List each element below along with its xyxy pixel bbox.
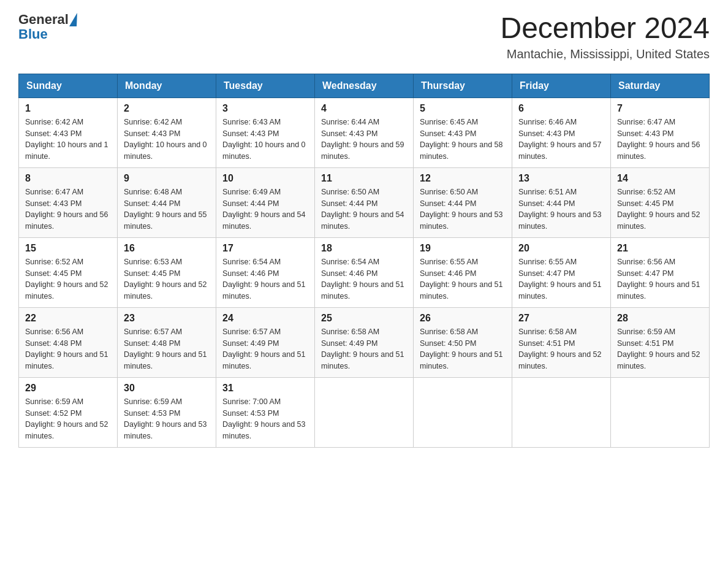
day-number: 11 <box>321 173 407 184</box>
day-info: Sunrise: 6:57 AM Sunset: 4:49 PM Dayligh… <box>222 326 308 372</box>
day-info: Sunrise: 6:52 AM Sunset: 4:45 PM Dayligh… <box>617 186 703 232</box>
calendar-cell: 1 Sunrise: 6:42 AM Sunset: 4:43 PM Dayli… <box>19 98 118 167</box>
day-number: 12 <box>420 173 506 184</box>
day-info: Sunrise: 6:56 AM Sunset: 4:48 PM Dayligh… <box>25 326 111 372</box>
day-info: Sunrise: 6:54 AM Sunset: 4:46 PM Dayligh… <box>222 256 308 302</box>
day-number: 19 <box>420 243 506 254</box>
day-number: 2 <box>124 103 210 114</box>
day-info: Sunrise: 6:55 AM Sunset: 4:47 PM Dayligh… <box>518 256 604 302</box>
day-number: 7 <box>617 103 703 114</box>
header-thursday: Thursday <box>414 74 512 98</box>
day-info: Sunrise: 6:48 AM Sunset: 4:44 PM Dayligh… <box>124 186 210 232</box>
calendar-cell: 21 Sunrise: 6:56 AM Sunset: 4:47 PM Dayl… <box>611 237 710 307</box>
day-number: 23 <box>124 313 210 324</box>
day-number: 25 <box>321 313 407 324</box>
logo-general-text: General <box>18 12 69 27</box>
day-number: 27 <box>518 313 604 324</box>
day-info: Sunrise: 6:42 AM Sunset: 4:43 PM Dayligh… <box>124 117 210 163</box>
day-number: 5 <box>420 103 506 114</box>
day-info: Sunrise: 6:59 AM Sunset: 4:52 PM Dayligh… <box>25 396 111 442</box>
calendar-cell: 11 Sunrise: 6:50 AM Sunset: 4:44 PM Dayl… <box>315 167 414 237</box>
day-number: 8 <box>25 173 111 184</box>
week-row-5: 29 Sunrise: 6:59 AM Sunset: 4:52 PM Dayl… <box>19 377 710 447</box>
calendar-cell: 31 Sunrise: 7:00 AM Sunset: 4:53 PM Dayl… <box>216 377 315 447</box>
calendar-cell: 7 Sunrise: 6:47 AM Sunset: 4:43 PM Dayli… <box>611 98 710 167</box>
day-info: Sunrise: 6:43 AM Sunset: 4:43 PM Dayligh… <box>222 117 308 163</box>
calendar-cell <box>414 377 512 447</box>
calendar-cell: 6 Sunrise: 6:46 AM Sunset: 4:43 PM Dayli… <box>512 98 611 167</box>
title-section: December 2024 Mantachie, Mississippi, Un… <box>500 12 710 61</box>
day-info: Sunrise: 6:53 AM Sunset: 4:45 PM Dayligh… <box>124 256 210 302</box>
header-wednesday: Wednesday <box>315 74 414 98</box>
calendar-cell: 30 Sunrise: 6:59 AM Sunset: 4:53 PM Dayl… <box>118 377 216 447</box>
calendar-cell: 20 Sunrise: 6:55 AM Sunset: 4:47 PM Dayl… <box>512 237 611 307</box>
header-monday: Monday <box>118 74 216 98</box>
week-row-2: 8 Sunrise: 6:47 AM Sunset: 4:43 PM Dayli… <box>19 167 710 237</box>
page-header: General Blue December 2024 Mantachie, Mi… <box>18 12 710 61</box>
calendar-cell: 26 Sunrise: 6:58 AM Sunset: 4:50 PM Dayl… <box>414 307 512 377</box>
day-number: 20 <box>518 243 604 254</box>
day-info: Sunrise: 6:54 AM Sunset: 4:46 PM Dayligh… <box>321 256 407 302</box>
week-row-3: 15 Sunrise: 6:52 AM Sunset: 4:45 PM Dayl… <box>19 237 710 307</box>
calendar-cell: 9 Sunrise: 6:48 AM Sunset: 4:44 PM Dayli… <box>118 167 216 237</box>
day-info: Sunrise: 6:52 AM Sunset: 4:45 PM Dayligh… <box>25 256 111 302</box>
calendar-cell: 5 Sunrise: 6:45 AM Sunset: 4:43 PM Dayli… <box>414 98 512 167</box>
calendar-cell: 23 Sunrise: 6:57 AM Sunset: 4:48 PM Dayl… <box>118 307 216 377</box>
calendar-cell: 4 Sunrise: 6:44 AM Sunset: 4:43 PM Dayli… <box>315 98 414 167</box>
day-info: Sunrise: 6:58 AM Sunset: 4:50 PM Dayligh… <box>420 326 506 372</box>
day-info: Sunrise: 6:47 AM Sunset: 4:43 PM Dayligh… <box>617 117 703 163</box>
day-number: 24 <box>222 313 308 324</box>
day-number: 16 <box>124 243 210 254</box>
calendar-cell: 22 Sunrise: 6:56 AM Sunset: 4:48 PM Dayl… <box>19 307 118 377</box>
calendar-cell: 17 Sunrise: 6:54 AM Sunset: 4:46 PM Dayl… <box>216 237 315 307</box>
day-info: Sunrise: 6:58 AM Sunset: 4:49 PM Dayligh… <box>321 326 407 372</box>
calendar-cell: 10 Sunrise: 6:49 AM Sunset: 4:44 PM Dayl… <box>216 167 315 237</box>
day-info: Sunrise: 6:47 AM Sunset: 4:43 PM Dayligh… <box>25 186 111 232</box>
calendar-table: Sunday Monday Tuesday Wednesday Thursday… <box>18 74 710 448</box>
day-number: 14 <box>617 173 703 184</box>
calendar-cell <box>512 377 611 447</box>
day-number: 26 <box>420 313 506 324</box>
week-row-4: 22 Sunrise: 6:56 AM Sunset: 4:48 PM Dayl… <box>19 307 710 377</box>
day-info: Sunrise: 6:42 AM Sunset: 4:43 PM Dayligh… <box>25 117 111 163</box>
calendar-cell: 27 Sunrise: 6:58 AM Sunset: 4:51 PM Dayl… <box>512 307 611 377</box>
day-number: 13 <box>518 173 604 184</box>
day-number: 29 <box>25 383 111 394</box>
header-tuesday: Tuesday <box>216 74 315 98</box>
day-info: Sunrise: 6:45 AM Sunset: 4:43 PM Dayligh… <box>420 117 506 163</box>
day-info: Sunrise: 7:00 AM Sunset: 4:53 PM Dayligh… <box>222 396 308 442</box>
calendar-cell: 2 Sunrise: 6:42 AM Sunset: 4:43 PM Dayli… <box>118 98 216 167</box>
day-number: 4 <box>321 103 407 114</box>
day-number: 6 <box>518 103 604 114</box>
calendar-cell <box>315 377 414 447</box>
day-info: Sunrise: 6:51 AM Sunset: 4:44 PM Dayligh… <box>518 186 604 232</box>
day-number: 9 <box>124 173 210 184</box>
calendar-cell: 19 Sunrise: 6:55 AM Sunset: 4:46 PM Dayl… <box>414 237 512 307</box>
month-title: December 2024 <box>500 12 710 45</box>
day-info: Sunrise: 6:58 AM Sunset: 4:51 PM Dayligh… <box>518 326 604 372</box>
day-number: 10 <box>222 173 308 184</box>
day-number: 30 <box>124 383 210 394</box>
day-number: 22 <box>25 313 111 324</box>
day-info: Sunrise: 6:59 AM Sunset: 4:53 PM Dayligh… <box>124 396 210 442</box>
calendar-cell <box>611 377 710 447</box>
logo-blue-text: Blue <box>18 27 78 42</box>
day-number: 15 <box>25 243 111 254</box>
calendar-cell: 25 Sunrise: 6:58 AM Sunset: 4:49 PM Dayl… <box>315 307 414 377</box>
calendar-cell: 3 Sunrise: 6:43 AM Sunset: 4:43 PM Dayli… <box>216 98 315 167</box>
calendar-cell: 28 Sunrise: 6:59 AM Sunset: 4:51 PM Dayl… <box>611 307 710 377</box>
day-info: Sunrise: 6:50 AM Sunset: 4:44 PM Dayligh… <box>420 186 506 232</box>
weekday-header-row: Sunday Monday Tuesday Wednesday Thursday… <box>19 74 710 98</box>
day-number: 18 <box>321 243 407 254</box>
logo: General Blue <box>18 12 78 42</box>
calendar-cell: 16 Sunrise: 6:53 AM Sunset: 4:45 PM Dayl… <box>118 237 216 307</box>
header-sunday: Sunday <box>19 74 118 98</box>
day-info: Sunrise: 6:50 AM Sunset: 4:44 PM Dayligh… <box>321 186 407 232</box>
day-info: Sunrise: 6:55 AM Sunset: 4:46 PM Dayligh… <box>420 256 506 302</box>
day-number: 17 <box>222 243 308 254</box>
calendar-cell: 13 Sunrise: 6:51 AM Sunset: 4:44 PM Dayl… <box>512 167 611 237</box>
day-number: 3 <box>222 103 308 114</box>
day-info: Sunrise: 6:59 AM Sunset: 4:51 PM Dayligh… <box>617 326 703 372</box>
header-friday: Friday <box>512 74 611 98</box>
calendar-cell: 12 Sunrise: 6:50 AM Sunset: 4:44 PM Dayl… <box>414 167 512 237</box>
